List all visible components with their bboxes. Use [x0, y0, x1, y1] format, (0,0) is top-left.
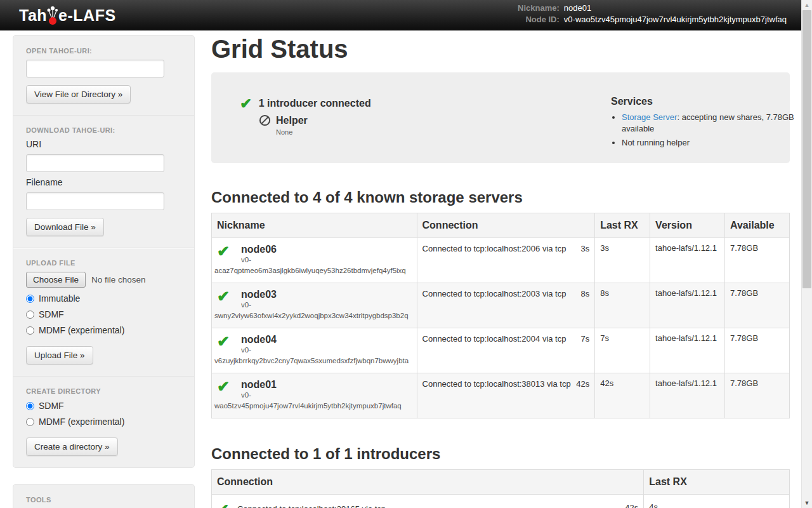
version-cell: tahoe-lafs/1.12.1: [650, 373, 725, 418]
mdmf-radio-label: MDMF (experimental): [39, 325, 124, 335]
col-last-rx: Last RX: [644, 470, 790, 495]
tahoe-tree-icon: [46, 5, 60, 25]
connection-text: Connected to tcp:localhost:39165 via tcp: [237, 504, 386, 508]
download-file-button[interactable]: Download File »: [26, 218, 104, 236]
table-row: ✔ node04 v0- v6zuyjkbrrkqy2bvc2cny7qwax5…: [212, 328, 790, 373]
col-version: Version: [650, 213, 725, 238]
helper-title: Helper: [276, 115, 308, 126]
create-directory-button[interactable]: Create a directory »: [26, 438, 118, 456]
introducer-table-header-row: Connection Last RX: [212, 470, 790, 495]
mdmf-radio[interactable]: [26, 326, 34, 335]
dir-sdmf-radio[interactable]: [26, 402, 34, 410]
connected-check-icon: ✔: [240, 95, 252, 112]
version-cell: tahoe-lafs/1.12.1: [650, 238, 725, 283]
col-connection: Connection: [212, 470, 644, 495]
storage-table-header-row: Nickname Connection Last RX Version Avai…: [212, 213, 790, 238]
tools-label: TOOLS: [26, 496, 187, 504]
nickname-cell: ✔ node06 v0- acaz7qptmeo6m3asjlgkb6iwlyu…: [212, 238, 417, 283]
available-cell: 7.78GB: [725, 328, 790, 373]
logo-text-prefix: Tah: [19, 6, 47, 25]
version-cell: tahoe-lafs/1.12.1: [650, 283, 725, 328]
upload-format-mdmf[interactable]: MDMF (experimental): [26, 325, 187, 335]
connected-check-icon: ✔: [217, 288, 230, 305]
download-uri-section: DOWNLOAD TAHOE-URI: URI Filename Downloa…: [21, 126, 187, 237]
last-rx-cell: 4s: [644, 495, 790, 508]
dir-format-sdmf[interactable]: SDMF: [26, 401, 187, 411]
dir-format-mdmf[interactable]: MDMF (experimental): [26, 417, 187, 427]
col-nickname: Nickname: [212, 213, 417, 238]
upload-file-section: UPLOAD FILE Choose File No file chosen I…: [21, 259, 187, 366]
sidebar-divider: [13, 115, 194, 116]
node-id-label: Node ID:: [518, 15, 560, 24]
create-directory-section: CREATE DIRECTORY SDMF MDMF (experimental…: [21, 387, 187, 457]
connection-cell: 3s Connected to tcp:localhost:2006 via t…: [417, 238, 595, 283]
connection-cell: 42s ✔ Connected to tcp:localhost:39165 v…: [212, 495, 644, 508]
available-cell: 7.78GB: [725, 238, 790, 283]
main-content: Grid Status ✔ 1 introducer connected Hel…: [211, 30, 790, 508]
upload-format-immutable[interactable]: Immutable: [26, 293, 187, 304]
open-uri-input[interactable]: [26, 60, 164, 77]
immutable-radio-label: Immutable: [39, 293, 80, 304]
connection-cell: 8s Connected to tcp:localhost:2003 via t…: [417, 283, 595, 328]
nodeid-hash: wao5tzv45pmoju47jow7rvl4ukirjm5ytbh2kjty…: [214, 402, 412, 411]
last-rx-cell: 8s: [595, 283, 650, 328]
immutable-radio[interactable]: [26, 295, 34, 303]
connected-duration: 3s: [580, 243, 589, 255]
upload-format-sdmf[interactable]: SDMF: [26, 309, 187, 319]
available-cell: 7.78GB: [725, 373, 790, 418]
service-helper: Not running helper: [622, 137, 801, 149]
services-title: Services: [611, 96, 801, 107]
dir-mdmf-radio-label: MDMF (experimental): [39, 417, 124, 427]
connection-text: Connected to tcp:localhost:2003 via tcp: [422, 289, 566, 298]
upload-file-button[interactable]: Upload File »: [26, 346, 93, 364]
file-chosen-status: No file chosen: [91, 275, 146, 284]
col-connection: Connection: [417, 213, 595, 238]
download-uri-input[interactable]: [26, 154, 164, 172]
open-uri-label: OPEN TAHOE-URI:: [26, 47, 187, 55]
logo-text-suffix: e-LAFS: [58, 6, 116, 25]
tools-panel: TOOLS Recent and Active Operations: [13, 484, 195, 508]
scrollbar-up-arrow[interactable]: ▲: [802, 0, 812, 10]
view-file-button[interactable]: View File or Directory »: [26, 85, 131, 104]
server-nickname: node01: [241, 378, 412, 391]
sdmf-radio[interactable]: [26, 311, 34, 319]
choose-file-button[interactable]: Choose File: [26, 272, 86, 288]
create-directory-label: CREATE DIRECTORY: [26, 387, 187, 395]
node-info: Nickname: node01 Node ID: v0-wao5tzv45pm…: [518, 4, 787, 24]
connected-check-icon: ✔: [217, 501, 229, 508]
sdmf-radio-label: SDMF: [39, 309, 64, 319]
download-filename-input[interactable]: [26, 192, 164, 210]
page-title: Grid Status: [211, 34, 790, 64]
connection-text: Connected to tcp:localhost:2004 via tcp: [422, 334, 566, 344]
node-id-value: v0-wao5tzv45pmoju47jow7rvl4ukirjm5ytbh2k…: [564, 15, 787, 24]
nodeid-prefix: v0-: [241, 345, 412, 355]
table-row: ✔ node01 v0- wao5tzv45pmoju47jow7rvl4uki…: [212, 373, 790, 418]
last-rx-cell: 42s: [595, 373, 650, 418]
connected-check-icon: ✔: [217, 333, 230, 350]
storage-server-link[interactable]: Storage Server: [622, 112, 677, 122]
scrollbar-thumb[interactable]: [802, 10, 811, 288]
connection-text: Connected to tcp:localhost:38013 via tcp: [422, 379, 571, 389]
sidebar-divider: [13, 376, 194, 377]
nodeid-hash: acaz7qptmeo6m3asjlgkb6iwlyuqey53hz26tbdm…: [214, 267, 412, 276]
topbar: Tah e-LAFS Nickname: node01 Node ID: v0-…: [0, 0, 812, 30]
table-row: ✔ node06 v0- acaz7qptmeo6m3asjlgkb6iwlyu…: [212, 238, 790, 283]
services-panel: Services Storage Server: accepting new s…: [611, 96, 801, 152]
connected-duration: 42s: [625, 502, 638, 508]
available-cell: 7.78GB: [725, 283, 790, 328]
col-last-rx: Last RX: [595, 213, 650, 238]
server-nickname: node04: [241, 333, 412, 345]
nickname-label: Nickname:: [518, 4, 560, 13]
table-row: 42s ✔ Connected to tcp:localhost:39165 v…: [212, 495, 790, 508]
scrollbar-down-arrow[interactable]: ▼: [802, 498, 812, 508]
server-nickname: node03: [241, 288, 412, 300]
introducer-status-text: 1 introducer connected: [259, 98, 371, 109]
nickname-cell: ✔ node01 v0- wao5tzv45pmoju47jow7rvl4uki…: [212, 373, 417, 418]
dir-mdmf-radio[interactable]: [26, 418, 34, 426]
vertical-scrollbar[interactable]: ▲ ▼: [801, 0, 812, 508]
version-cell: tahoe-lafs/1.12.1: [650, 328, 725, 373]
nodeid-prefix: v0-: [241, 300, 412, 310]
tahoe-lafs-logo: Tah e-LAFS: [19, 5, 116, 25]
connected-duration: 8s: [580, 288, 589, 300]
uri-field-label: URI: [26, 139, 187, 149]
